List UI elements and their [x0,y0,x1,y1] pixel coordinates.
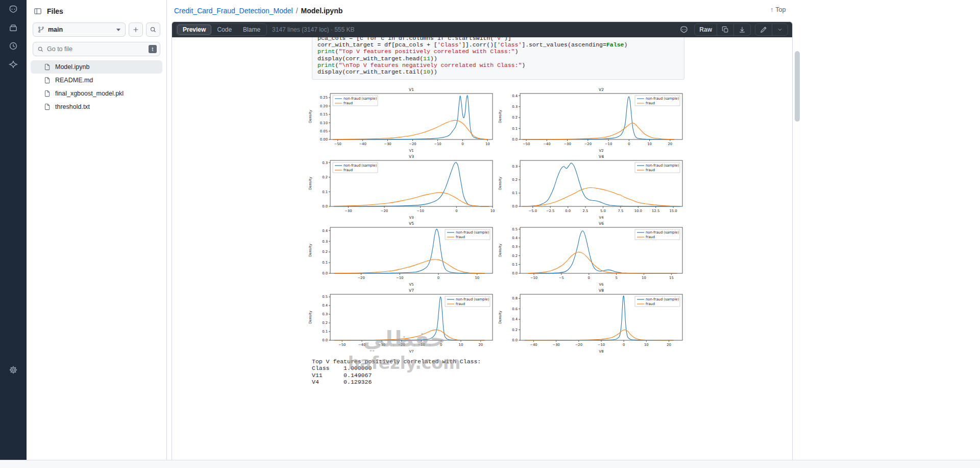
svg-text:0: 0 [628,142,630,146]
svg-text:2.5: 2.5 [583,209,589,213]
svg-text:0.3: 0.3 [322,313,328,317]
svg-text:10.0: 10.0 [634,209,642,213]
copilot-toolbar-icon[interactable] [678,26,690,34]
raw-button[interactable]: Raw [695,24,717,35]
file-tree-item[interactable]: README.md [31,74,162,87]
svg-text:Density: Density [308,110,312,123]
breadcrumb-repo-link[interactable]: Credit_Card_Fraud_Detection_Model [174,7,293,15]
file-tree-item[interactable]: threshold.txt [31,100,162,113]
svg-text:0.1: 0.1 [322,261,328,265]
svg-text:20: 20 [478,343,483,347]
svg-text:0.0: 0.0 [512,205,518,209]
svg-text:0: 0 [461,142,463,146]
files-sidebar: Files main t Model.ipynbR [27,0,167,460]
svg-text:Density: Density [498,244,502,257]
svg-text:V2: V2 [599,149,604,153]
file-tree-item[interactable]: Model.ipynb [31,60,162,74]
svg-text:V3: V3 [409,154,414,159]
horizontal-scrollbar-track[interactable] [0,460,980,468]
svg-text:fraud: fraud [646,236,655,240]
go-to-file-box[interactable]: t [33,42,160,56]
branch-icon [38,26,45,33]
add-file-button[interactable] [129,22,143,37]
svg-text:5.0: 5.0 [600,209,606,213]
tab-code[interactable]: Code [211,25,237,35]
search-icon [37,46,44,53]
tab-preview[interactable]: Preview [177,25,211,35]
svg-text:−40: −40 [543,142,550,146]
svg-text:non-fraud (sample): non-fraud (sample) [646,97,679,101]
svg-text:0: 0 [588,276,590,280]
breadcrumb: Credit_Card_Fraud_Detection_Model / Mode… [167,0,980,21]
icon-rail [0,0,27,460]
density-plot-V6: V6DensityV6−10−50510150.00.10.20.30.40.5… [497,220,687,287]
svg-text:−5.0: −5.0 [529,209,537,213]
charts-grid: V1DensityV1−50−40−30−20−100100.000.050.1… [307,86,687,354]
svg-text:−40: −40 [530,343,537,347]
svg-text:0.10: 0.10 [320,121,328,125]
svg-text:V5: V5 [409,283,414,287]
copy-raw-button[interactable] [717,24,734,35]
scroll-to-top-link[interactable]: ↑ Top [770,6,786,13]
sparkle-icon[interactable] [0,55,27,74]
download-raw-button[interactable] [734,24,750,35]
svg-text:−10: −10 [598,343,605,347]
svg-text:V7: V7 [409,349,414,354]
svg-text:fraud: fraud [646,169,655,173]
svg-text:0.8: 0.8 [512,297,518,301]
vertical-scrollbar-thumb[interactable] [795,51,800,122]
svg-text:−30: −30 [378,343,385,347]
svg-text:0.1: 0.1 [512,127,518,131]
svg-text:V4: V4 [599,154,604,159]
gear-icon[interactable] [0,361,27,379]
svg-text:20: 20 [667,343,671,347]
svg-text:fraud: fraud [344,102,353,106]
svg-text:−10: −10 [434,142,441,146]
svg-text:0.0: 0.0 [565,209,571,213]
svg-text:−50: −50 [338,343,346,347]
app-window: Files main t Model.ipynbR [0,0,980,468]
svg-text:V8: V8 [599,288,604,293]
svg-text:0.3: 0.3 [512,165,518,169]
edit-dropdown-button[interactable] [772,24,788,35]
history-icon[interactable] [0,37,27,55]
branch-selector[interactable]: main [33,22,126,37]
svg-text:−30: −30 [564,142,571,146]
svg-text:10: 10 [642,276,646,280]
copilot-icon[interactable] [0,0,27,18]
code-cell-pre: pca_cols = [c for c in df.columns if c.s… [317,37,679,75]
collapse-sidebar-icon[interactable] [34,7,42,15]
file-meta-info: 3147 lines (3147 loc) · 555 KB [272,26,354,33]
stack-icon[interactable] [0,18,27,37]
svg-text:0.3: 0.3 [512,105,518,109]
svg-text:0: 0 [623,343,625,347]
svg-text:−10: −10 [396,276,403,280]
svg-text:0.15: 0.15 [320,112,328,116]
search-files-button[interactable] [146,22,160,37]
svg-text:V3: V3 [409,216,414,220]
svg-text:−5: −5 [559,276,564,280]
svg-text:non-fraud (sample): non-fraud (sample) [456,298,489,302]
file-icon [44,77,51,84]
svg-text:V1: V1 [409,87,414,92]
svg-text:0.2: 0.2 [512,178,518,182]
file-tree-item[interactable]: final_xgboost_model.pkl [31,87,162,100]
svg-text:−20: −20 [357,276,364,280]
svg-text:0.5: 0.5 [322,295,328,299]
svg-text:non-fraud (sample): non-fraud (sample) [456,231,489,235]
density-plot-V5: V5DensityV5−20−100100.00.10.20.30.4non-f… [307,220,497,287]
svg-text:−2.5: −2.5 [546,209,555,213]
edit-file-button[interactable] [755,24,772,35]
svg-text:0.2: 0.2 [512,254,518,258]
tab-blame[interactable]: Blame [237,25,266,35]
svg-text:V6: V6 [599,221,604,226]
svg-text:−20: −20 [381,209,388,213]
svg-text:fraud: fraud [456,236,465,240]
breadcrumb-file-name: Model.ipynb [301,7,343,15]
go-to-file-input[interactable] [47,45,145,53]
svg-text:−50: −50 [523,142,530,146]
svg-text:0.1: 0.1 [512,263,518,267]
svg-text:0: 0 [437,276,439,280]
svg-text:10: 10 [647,142,652,146]
svg-text:Density: Density [308,244,312,257]
